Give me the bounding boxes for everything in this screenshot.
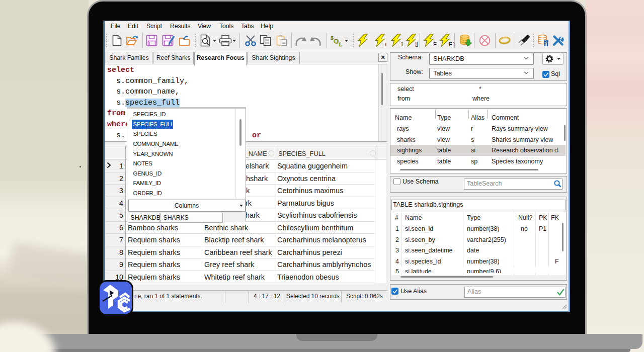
svg-text:1: 1 xyxy=(400,41,404,47)
svg-text:I: I xyxy=(385,41,387,47)
svg-text:E: E xyxy=(433,41,437,47)
svg-text:Q: Q xyxy=(334,37,339,45)
svg-text:[]: [] xyxy=(416,41,419,47)
svg-text:L: L xyxy=(339,41,342,47)
svg-text:E1: E1 xyxy=(449,41,455,47)
